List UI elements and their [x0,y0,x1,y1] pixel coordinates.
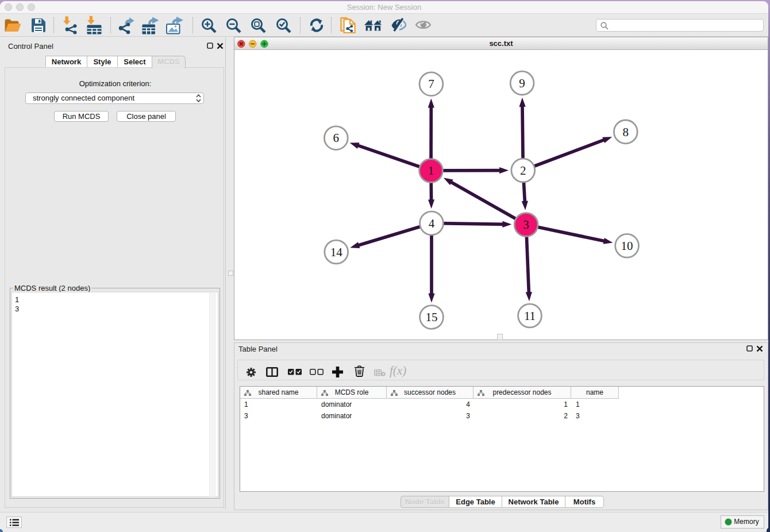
svg-text:11: 11 [524,309,536,323]
svg-text:4: 4 [429,217,435,230]
svg-text:14: 14 [330,245,343,259]
svg-text:15: 15 [426,310,438,324]
svg-text:2: 2 [520,164,526,178]
svg-text:7: 7 [428,77,434,91]
svg-text:1: 1 [428,164,434,178]
svg-text:6: 6 [333,131,340,145]
svg-text:10: 10 [621,239,633,253]
svg-text:9: 9 [519,76,525,90]
svg-text:3: 3 [523,218,529,232]
svg-text:8: 8 [623,125,629,139]
